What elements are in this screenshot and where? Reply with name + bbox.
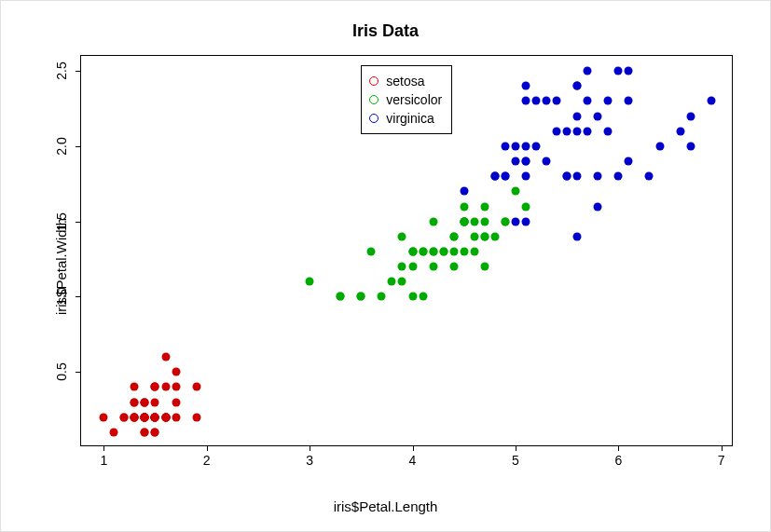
data-point-virginica: [584, 127, 592, 135]
y-tick: [76, 222, 81, 223]
y-tick: [76, 372, 81, 373]
data-point-virginica: [521, 97, 530, 105]
y-tick-label: 2.5: [53, 61, 68, 79]
data-point-versicolor: [367, 248, 376, 256]
data-point-virginica: [686, 112, 695, 120]
data-point-versicolor: [408, 263, 417, 271]
data-point-virginica: [573, 112, 582, 120]
data-point-virginica: [532, 142, 541, 150]
data-point-versicolor: [470, 248, 478, 256]
data-point-setosa: [151, 428, 159, 436]
data-point-virginica: [460, 187, 468, 196]
data-point-setosa: [151, 398, 159, 406]
data-point-setosa: [172, 368, 180, 376]
data-point-virginica: [521, 217, 530, 225]
data-point-versicolor: [429, 263, 437, 271]
data-point-virginica: [584, 97, 592, 105]
data-point-versicolor: [449, 232, 458, 240]
data-point-setosa: [172, 413, 180, 421]
legend-entry-setosa: setosa: [369, 72, 442, 90]
data-point-versicolor: [470, 232, 478, 240]
x-tick: [103, 445, 104, 451]
data-point-versicolor: [511, 187, 519, 196]
data-point-virginica: [573, 232, 582, 240]
legend-marker-icon: [369, 76, 379, 86]
data-point-virginica: [594, 202, 602, 211]
data-point-versicolor: [460, 202, 468, 211]
data-point-versicolor: [480, 217, 489, 225]
data-point-virginica: [553, 127, 561, 135]
data-point-setosa: [161, 383, 170, 391]
plot-area: setosaversicolorvirginica 12345670.51.01…: [80, 55, 733, 446]
data-point-virginica: [625, 67, 633, 75]
x-tick-label: 5: [512, 453, 519, 468]
data-point-versicolor: [357, 293, 365, 301]
data-point-setosa: [141, 413, 149, 421]
data-point-virginica: [501, 142, 509, 150]
data-point-setosa: [161, 353, 170, 361]
data-point-setosa: [141, 428, 149, 436]
data-point-virginica: [594, 172, 602, 181]
data-point-virginica: [501, 172, 509, 181]
data-point-setosa: [131, 383, 139, 391]
legend-marker-icon: [369, 114, 379, 123]
data-point-virginica: [707, 97, 715, 105]
data-point-versicolor: [460, 217, 468, 225]
data-point-versicolor: [521, 202, 530, 211]
data-point-virginica: [553, 97, 561, 105]
data-point-versicolor: [398, 278, 406, 286]
x-tick: [207, 445, 208, 451]
data-point-setosa: [120, 413, 129, 421]
data-point-virginica: [604, 97, 613, 105]
x-tick: [310, 445, 310, 451]
data-point-virginica: [614, 172, 623, 181]
data-point-virginica: [676, 127, 684, 135]
x-tick: [413, 445, 414, 451]
legend-label: setosa: [386, 72, 424, 90]
data-point-setosa: [131, 398, 139, 406]
data-point-setosa: [100, 413, 108, 421]
data-point-versicolor: [480, 232, 489, 240]
data-point-virginica: [543, 97, 551, 105]
y-tick: [76, 146, 81, 147]
data-point-virginica: [511, 217, 519, 225]
x-tick-label: 1: [100, 453, 107, 468]
data-point-virginica: [532, 97, 541, 105]
data-point-setosa: [141, 398, 149, 406]
data-point-virginica: [573, 127, 582, 135]
y-tick-label: 0.5: [53, 362, 68, 380]
data-point-versicolor: [419, 248, 427, 256]
x-tick: [516, 445, 516, 451]
data-point-virginica: [645, 172, 654, 181]
data-point-setosa: [151, 413, 159, 421]
legend-label: versicolor: [386, 90, 442, 109]
data-point-versicolor: [398, 232, 406, 240]
data-point-virginica: [614, 67, 623, 75]
data-point-versicolor: [388, 278, 396, 286]
data-point-versicolor: [501, 217, 509, 225]
data-point-virginica: [521, 142, 530, 150]
x-tick-label: 3: [306, 453, 313, 468]
data-point-versicolor: [408, 293, 417, 301]
data-point-versicolor: [439, 248, 447, 256]
data-point-virginica: [604, 127, 613, 135]
y-tick-label: 2.0: [53, 137, 68, 155]
x-tick-label: 2: [203, 453, 211, 468]
data-point-virginica: [511, 142, 519, 150]
data-point-virginica: [594, 112, 602, 120]
data-point-virginica: [573, 172, 582, 181]
data-point-setosa: [151, 383, 159, 391]
data-point-virginica: [563, 127, 571, 135]
y-tick: [76, 71, 81, 72]
data-point-versicolor: [449, 263, 458, 271]
x-tick: [618, 445, 619, 451]
data-point-setosa: [131, 413, 139, 421]
x-tick-label: 6: [614, 453, 622, 468]
data-point-versicolor: [449, 248, 458, 256]
data-point-versicolor: [419, 293, 427, 301]
legend: setosaversicolorvirginica: [361, 65, 452, 134]
x-tick: [722, 445, 723, 451]
data-point-setosa: [172, 398, 180, 406]
data-point-versicolor: [429, 217, 437, 225]
x-axis-label: iris$Petal.Length: [1, 498, 770, 514]
